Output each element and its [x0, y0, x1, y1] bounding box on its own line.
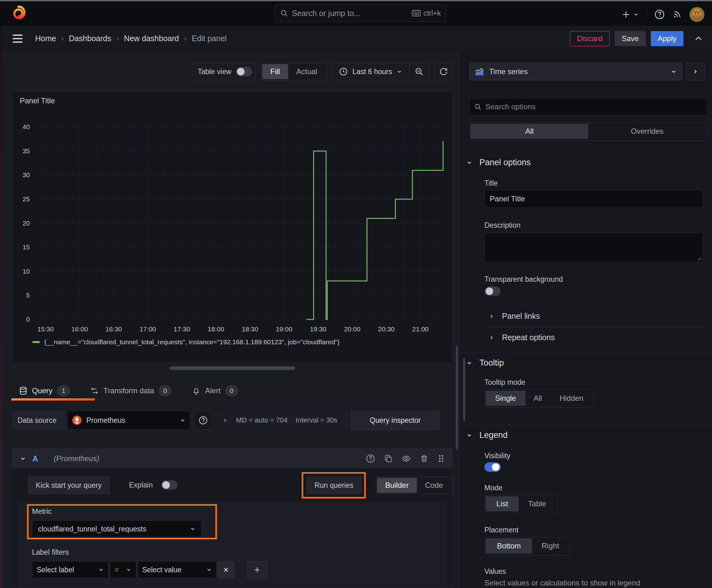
zoom-out-icon: [414, 67, 424, 76]
table-view-toggle[interactable]: [236, 67, 252, 76]
drag-handle-grip-icon[interactable]: [437, 454, 445, 463]
transparent-background-toggle[interactable]: [484, 287, 501, 296]
panel-links-section[interactable]: Panel links: [489, 312, 540, 321]
tooltip-all-option[interactable]: All: [525, 391, 550, 406]
datasource-help-button[interactable]: [194, 411, 212, 430]
toggle-visibility-eye-icon[interactable]: [402, 454, 411, 463]
panel-title-input[interactable]: Panel Title: [484, 190, 703, 208]
news-rss-icon[interactable]: [672, 10, 682, 19]
query-ref-id: A: [33, 454, 38, 463]
query-datasource-hint: (Prometheus): [54, 454, 99, 463]
close-icon: [222, 566, 230, 573]
operator-dropdown[interactable]: =: [110, 561, 136, 578]
menu-icon[interactable]: [13, 35, 23, 43]
tooltip-section-header[interactable]: Tooltip: [466, 358, 504, 368]
query-row-header[interactable]: A (Prometheus): [12, 449, 452, 468]
query-help-icon[interactable]: [366, 454, 375, 463]
discard-button[interactable]: Discard: [570, 31, 610, 46]
svg-text:15: 15: [23, 244, 30, 251]
legend-table-option[interactable]: Table: [519, 496, 555, 511]
global-search-input[interactable]: Search or jump to... ctrl+k: [275, 4, 446, 22]
tooltip-single-option[interactable]: Single: [486, 391, 525, 406]
breadcrumb-new-dashboard[interactable]: New dashboard: [124, 34, 179, 43]
add-filter-button[interactable]: [247, 561, 267, 578]
legend-list-option[interactable]: List: [486, 496, 519, 511]
transform-icon: [90, 386, 99, 395]
window-left-edge: [0, 26, 2, 588]
chevron-down-icon: [396, 69, 402, 75]
main-scrollbar-thumb[interactable]: [456, 345, 458, 449]
duplicate-query-icon[interactable]: [384, 454, 393, 463]
chevron-down-icon: [206, 567, 212, 573]
remove-filter-button[interactable]: [218, 561, 234, 578]
table-view-toggle-group: Table view: [192, 63, 256, 80]
svg-text:20: 20: [23, 219, 30, 227]
panel-options-section-header[interactable]: Panel options: [466, 158, 531, 167]
visualization-picker[interactable]: Time series: [469, 63, 682, 80]
search-options-input[interactable]: Search options: [469, 98, 707, 115]
grafana-logo-icon[interactable]: [11, 5, 26, 21]
user-avatar[interactable]: [689, 7, 705, 22]
explain-toggle[interactable]: [161, 480, 177, 490]
toggle-viz-suggestions-button[interactable]: [686, 63, 705, 80]
tooltip-hidden-option[interactable]: Hidden: [550, 391, 593, 406]
refresh-icon: [439, 67, 448, 76]
max-datapoints-stat: MD = auto = 704: [236, 416, 287, 424]
code-option[interactable]: Code: [417, 478, 451, 493]
select-label-dropdown[interactable]: Select label: [32, 561, 109, 578]
kick-start-query-button[interactable]: Kick start your query: [28, 477, 110, 494]
metric-select[interactable]: cloudflared_tunnel_total_requests: [32, 521, 201, 538]
table-view-label: Table view: [198, 67, 231, 76]
add-menu-button[interactable]: [621, 10, 639, 19]
chevron-down-icon: [20, 456, 26, 462]
tab-query[interactable]: Query 1: [19, 385, 70, 396]
sidebar-scrollbar-thumb[interactable]: [463, 358, 465, 421]
tab-alert[interactable]: Alert 0: [192, 385, 238, 396]
apply-button[interactable]: Apply: [651, 31, 684, 46]
tab-transform-data[interactable]: Transform data 0: [90, 385, 172, 396]
zoom-out-button[interactable]: [409, 63, 429, 80]
resize-corner-icon[interactable]: [696, 256, 701, 261]
options-filter-tabs: All Overrides: [469, 123, 707, 141]
select-value-dropdown[interactable]: Select value: [137, 561, 217, 578]
breadcrumb-home[interactable]: Home: [35, 34, 56, 43]
tooltip-mode-switch: Single All Hidden: [484, 390, 594, 408]
panel-title: Panel Title: [20, 97, 55, 105]
svg-text:17:00: 17:00: [139, 326, 156, 333]
query-inspector-button[interactable]: Query inspector: [351, 411, 439, 430]
chevron-down-icon: [466, 160, 473, 166]
placement-right-option[interactable]: Right: [532, 538, 568, 553]
legend-visibility-toggle[interactable]: [484, 462, 501, 472]
actual-option[interactable]: Actual: [288, 64, 326, 79]
timeseries-chart[interactable]: 051015202530354015:3016:0016:3017:0017:3…: [15, 118, 449, 338]
legend-series-label: {__name__="cloudflared_tunnel_total_requ…: [44, 338, 340, 346]
datasource-select[interactable]: Prometheus: [67, 411, 190, 430]
svg-text:25: 25: [23, 195, 30, 203]
filter-overrides-tab[interactable]: Overrides: [588, 124, 706, 139]
alert-count-badge: 0: [225, 385, 238, 396]
datasource-label: Data source: [12, 411, 66, 430]
breadcrumb-dashboards[interactable]: Dashboards: [69, 34, 111, 43]
title-field-label: Title: [484, 179, 498, 188]
time-range-button[interactable]: Last 6 hours: [332, 63, 409, 80]
delete-query-trash-icon[interactable]: [420, 454, 429, 463]
svg-text:16:30: 16:30: [106, 326, 122, 333]
breadcrumb: Home › Dashboards › New dashboard › Edit…: [35, 34, 226, 43]
builder-option[interactable]: Builder: [377, 478, 417, 493]
filter-all-tab[interactable]: All: [471, 124, 588, 139]
collapse-options-pane-icon[interactable]: [694, 34, 703, 43]
panel-resize-handle[interactable]: [170, 366, 295, 370]
fill-option[interactable]: Fill: [262, 64, 288, 79]
query-options-summary[interactable]: MD = auto = 704 Interval = 30s: [217, 411, 350, 430]
save-button[interactable]: Save: [615, 31, 646, 46]
refresh-button[interactable]: [434, 63, 453, 80]
description-textarea[interactable]: [484, 232, 703, 262]
svg-text:18:00: 18:00: [208, 326, 224, 333]
legend-section-header[interactable]: Legend: [466, 430, 508, 440]
help-icon[interactable]: [654, 9, 665, 20]
svg-text:19:30: 19:30: [310, 326, 326, 333]
placement-bottom-option[interactable]: Bottom: [486, 538, 532, 553]
repeat-options-section[interactable]: Repeat options: [489, 333, 555, 342]
run-queries-button[interactable]: Run queries: [307, 477, 361, 494]
chart-legend[interactable]: {__name__="cloudflared_tunnel_total_requ…: [33, 338, 340, 346]
